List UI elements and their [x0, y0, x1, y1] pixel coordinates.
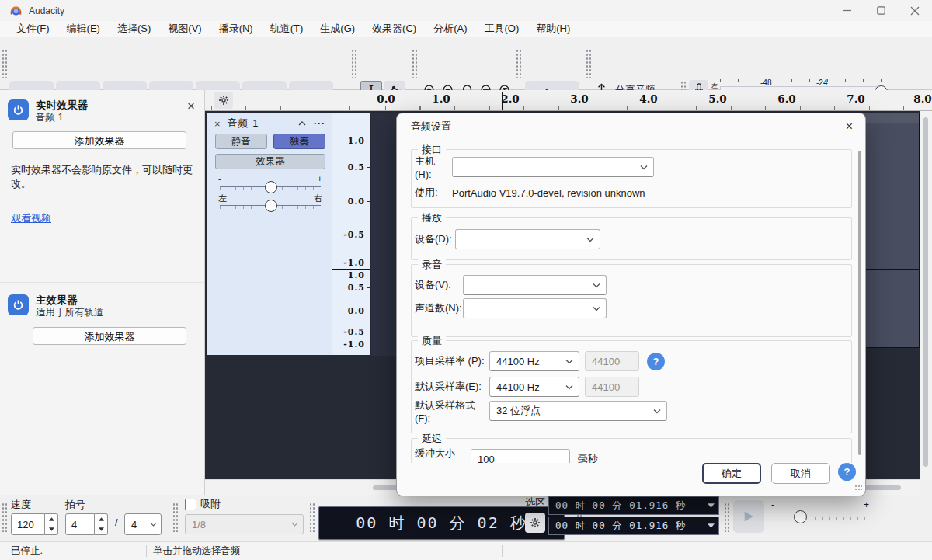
edit-toolbar-grip[interactable] — [412, 49, 418, 78]
selection-start-display[interactable]: 00 时 00 分 01.916 秒 — [548, 496, 719, 515]
time-toolbar-grip[interactable] — [2, 503, 8, 532]
selection-end-display[interactable]: 00 时 00 分 01.916 秒 — [548, 517, 719, 535]
waveform-area[interactable] — [861, 113, 920, 348]
master-effects-title: 主效果器 — [36, 294, 104, 307]
timesig-upper-value[interactable]: 4 — [65, 513, 95, 535]
close-button[interactable] — [898, 0, 932, 21]
realtime-effects-track-name: 音频 1 — [36, 112, 89, 123]
panel-close-icon[interactable]: × — [187, 99, 195, 113]
waveform-selected-region[interactable] — [371, 113, 397, 356]
chevron-down-icon — [653, 409, 661, 414]
host-label: 主机(H): — [415, 155, 450, 180]
latency-group-label: 延迟 — [418, 432, 446, 446]
vertical-scrollbar-thumb[interactable] — [923, 117, 928, 467]
scale-label: 0.0 — [348, 306, 365, 316]
play-at-speed-grip[interactable] — [724, 503, 730, 532]
menu-edit[interactable]: 编辑(E) — [58, 22, 109, 36]
maximize-button[interactable] — [864, 0, 898, 21]
timesig-upper-spinbox[interactable]: 4 — [65, 513, 108, 535]
master-power-button[interactable] — [8, 294, 29, 315]
host-combo[interactable] — [452, 157, 654, 177]
share-toolbar-grip[interactable] — [586, 49, 592, 78]
play-speed-slider[interactable]: - + — [772, 503, 868, 526]
project-rate-help-button[interactable]: ? — [647, 353, 665, 370]
track-close-icon[interactable]: × — [214, 118, 221, 130]
ok-button[interactable]: 确定 — [702, 463, 761, 484]
gain-min-label: - — [218, 174, 221, 183]
vertical-scrollbar[interactable] — [920, 111, 932, 479]
scale-label: 0.0 — [348, 197, 365, 207]
menu-tools[interactable]: 工具(O) — [475, 22, 527, 36]
gain-slider-knob[interactable] — [265, 181, 277, 193]
tools-toolbar-grip[interactable] — [351, 49, 357, 78]
channels-combo[interactable] — [463, 298, 607, 318]
menu-generate[interactable]: 生成(G) — [311, 22, 363, 36]
tempo-down-icon — [45, 524, 57, 534]
track-name[interactable]: 音频 1 — [228, 117, 259, 130]
minimize-button[interactable] — [829, 0, 864, 21]
add-effect-button[interactable]: 添加效果器 — [12, 131, 186, 149]
menu-effect[interactable]: 效果器(C) — [363, 22, 425, 36]
chevron-down-icon — [640, 165, 648, 170]
menu-transport[interactable]: 播录(N) — [210, 22, 262, 36]
menu-help[interactable]: 帮助(H) — [527, 22, 579, 36]
snap-interval-combo[interactable]: 1/8 — [185, 514, 304, 534]
track-menu-button[interactable]: ··· — [314, 118, 325, 129]
track-effects-button[interactable]: 效果器 — [215, 154, 325, 169]
track-drag-affordance[interactable] — [861, 113, 919, 123]
cancel-button[interactable]: 取消 — [771, 463, 830, 484]
snap-checkbox-row[interactable]: 吸附 — [185, 497, 221, 511]
play-at-speed-button[interactable] — [733, 500, 764, 533]
dialog-close-icon[interactable]: × — [846, 120, 853, 134]
chevron-down-icon — [565, 359, 573, 364]
title-bar: Audacity — [0, 0, 932, 21]
bottom-toolbars: 速度 120 拍号 4 / 4 吸附 1/8 00 时 00 分 02 秒 选区 — [0, 495, 932, 541]
default-rate-combo[interactable]: 44100 Hz — [489, 377, 579, 397]
playback-group-label: 播放 — [418, 211, 446, 225]
menu-analyze[interactable]: 分析(A) — [425, 22, 475, 36]
default-format-combo[interactable]: 32 位浮点 — [489, 401, 667, 421]
mute-button[interactable]: 静音 — [215, 134, 267, 149]
master-add-effect-button[interactable]: 添加效果器 — [33, 327, 186, 345]
project-rate-combo[interactable]: 44100 Hz — [489, 351, 579, 371]
track-collapse-icon[interactable] — [298, 121, 306, 126]
menu-file[interactable]: 文件(F) — [8, 22, 58, 36]
tempo-spinbox[interactable]: 120 — [11, 513, 58, 535]
scale-label: -1.0 — [343, 258, 365, 268]
display-dropdown-icon — [708, 523, 715, 528]
play-speed-knob[interactable] — [794, 510, 807, 523]
vertical-scale-ruler[interactable]: 1.0 0.5 0.0 -0.5 -1.0 1.0 0.5 0.0 -0.5 -… — [332, 113, 370, 355]
scale-label: -0.5 — [343, 327, 365, 337]
realtime-power-button[interactable] — [8, 99, 29, 120]
transport-toolbar-grip[interactable] — [2, 49, 8, 78]
main-toolbar: I — [0, 37, 932, 90]
pan-slider[interactable]: 左 右 — [215, 195, 325, 215]
recording-device-combo[interactable] — [463, 275, 607, 295]
tempo-value[interactable]: 120 — [11, 513, 45, 535]
watch-video-link[interactable]: 观看视频 — [11, 211, 51, 225]
chevron-down-icon — [593, 306, 600, 311]
dialog-resize-grip[interactable] — [854, 485, 862, 492]
scale-label: 0.5 — [348, 283, 365, 293]
setup-toolbar-grip[interactable] — [516, 49, 522, 78]
timesig-up-icon — [95, 514, 107, 524]
snap-checkbox[interactable] — [185, 499, 196, 510]
menu-select[interactable]: 选择(S) — [109, 22, 159, 36]
selection-options-button[interactable] — [525, 513, 545, 533]
solo-button[interactable]: 独奏 — [273, 134, 325, 149]
snap-toolbar-grip[interactable] — [172, 503, 179, 532]
menu-tracks[interactable]: 轨道(T) — [262, 22, 312, 36]
pan-slider-knob[interactable] — [265, 200, 277, 212]
playback-device-combo[interactable] — [455, 229, 600, 249]
realtime-effects-panel: 实时效果器 音频 1 × 添加效果器 实时效果器不会影响原文件，可以随时更改。 … — [0, 90, 205, 495]
time-display-grip[interactable] — [309, 503, 315, 532]
timeline-ruler[interactable]: 0.0 1.0 2.0 3.0 4.0 5.0 6.0 7.0 8.0 — [205, 90, 932, 111]
gear-icon — [218, 95, 229, 106]
dialog-scrollbar[interactable] — [858, 151, 861, 455]
gain-slider[interactable]: - + — [215, 176, 325, 197]
quality-group-label: 质量 — [418, 334, 446, 348]
timesig-lower-combo[interactable]: 4 — [124, 513, 162, 535]
tempo-up-icon — [45, 514, 57, 524]
menu-view[interactable]: 视图(V) — [159, 22, 210, 36]
dialog-help-button[interactable]: ? — [838, 463, 856, 481]
